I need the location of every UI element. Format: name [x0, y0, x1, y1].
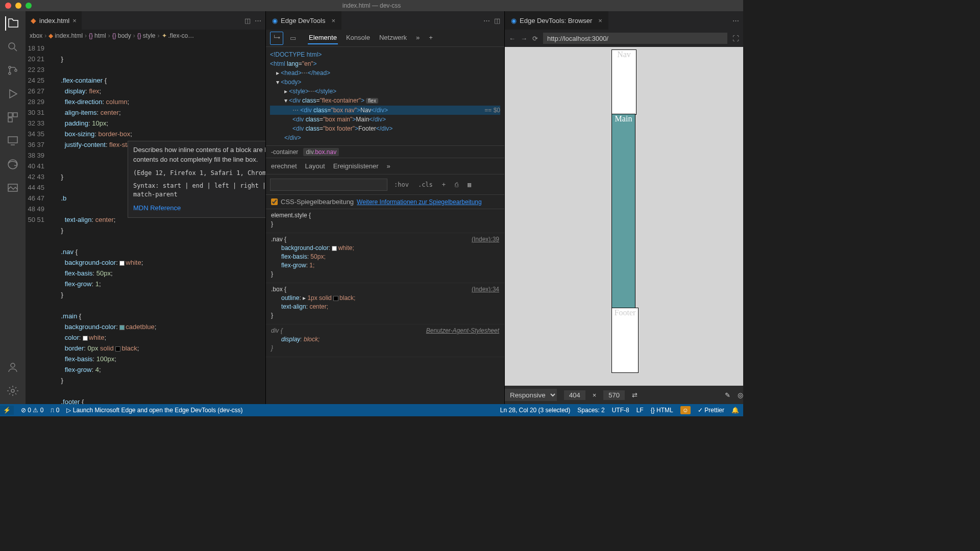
tab-layout[interactable]: Layout: [305, 162, 325, 170]
eol[interactable]: LF: [636, 407, 644, 414]
svg-point-11: [11, 389, 14, 392]
tab-network[interactable]: Netzwerk: [378, 32, 408, 44]
tab-listeners[interactable]: Ereignislistener: [333, 162, 379, 170]
hover-tooltip: Describes how inline contents of a block…: [128, 141, 265, 218]
browser-preview: ◉ Edge DevTools: Browser × ⋯ ← → ⟳ ⛶ Nav…: [504, 11, 743, 404]
print-icon[interactable]: ⎙: [452, 180, 461, 189]
maximize-window[interactable]: [26, 3, 32, 9]
split-editor-icon[interactable]: ◫: [244, 17, 251, 24]
width-input[interactable]: 404: [564, 390, 585, 400]
code-content[interactable]: } .flex-container { display: flex; flex-…: [54, 42, 258, 404]
filter-input[interactable]: [270, 179, 387, 191]
svg-rect-4: [8, 113, 12, 117]
image-icon[interactable]: [6, 181, 20, 195]
encoding[interactable]: UTF-8: [612, 407, 629, 414]
source-control-icon[interactable]: [6, 63, 20, 78]
svg-point-0: [9, 43, 15, 49]
css-mirror-row: CSS-Spiegelbearbeitung Weitere Informati…: [266, 195, 504, 209]
add-tab-icon[interactable]: +: [428, 32, 434, 44]
debug-icon[interactable]: [6, 87, 20, 101]
svg-rect-7: [8, 137, 17, 143]
more-icon[interactable]: ⋯: [732, 17, 739, 24]
prettier[interactable]: ✓ Prettier: [698, 407, 724, 414]
more-icon[interactable]: ⋯: [483, 17, 490, 24]
dom-breadcrumb[interactable]: -container div.box.nav: [266, 146, 504, 158]
bell-icon[interactable]: 🔔: [731, 407, 739, 414]
edge-icon: ◉: [272, 17, 278, 24]
more-icon[interactable]: »: [387, 162, 390, 170]
minimap[interactable]: [258, 42, 265, 404]
svg-rect-5: [13, 113, 17, 117]
ports[interactable]: ⎍ 0: [51, 407, 59, 414]
close-icon[interactable]: ×: [72, 17, 77, 24]
mirror-link[interactable]: Weitere Informationen zur Spiegelbearbei…: [357, 198, 482, 206]
remote-icon[interactable]: [6, 134, 20, 148]
styles-rules[interactable]: element.style { } (Index):39 .nav { back…: [266, 209, 504, 404]
inspect-icon[interactable]: ⮡: [270, 32, 283, 45]
tab-console[interactable]: Konsole: [345, 32, 371, 44]
close-icon[interactable]: ×: [331, 17, 335, 24]
forward-icon[interactable]: →: [521, 35, 527, 42]
code-editor[interactable]: 18 19 20 21 22 23 24 25 26 27 28 29 30 3…: [26, 42, 265, 404]
svg-point-3: [15, 69, 17, 71]
preview-nav: Nav: [612, 50, 636, 114]
mirror-checkbox[interactable]: [271, 198, 278, 205]
add-rule-icon[interactable]: +: [439, 180, 448, 189]
edge-icon[interactable]: [6, 157, 20, 171]
tab-browser[interactable]: ◉ Edge DevTools: Browser ×: [505, 11, 608, 30]
explorer-icon[interactable]: [5, 16, 19, 31]
search-icon[interactable]: [6, 40, 20, 54]
rotate-icon[interactable]: ⇄: [632, 391, 638, 399]
svg-point-10: [11, 363, 15, 367]
settings-icon[interactable]: [6, 384, 20, 398]
html-file-icon: ◆: [31, 16, 36, 24]
url-input[interactable]: [543, 33, 727, 44]
svg-point-2: [9, 72, 11, 74]
more-tabs-icon[interactable]: »: [415, 32, 421, 44]
breadcrumbs[interactable]: xbox› ◆index.html› {}html› {}body› {}sty…: [26, 30, 265, 42]
styles-filter-bar: :hov .cls + ⎙ ▦: [266, 174, 504, 195]
height-input[interactable]: 570: [603, 390, 625, 400]
devtools-panel: ◉ Edge DevTools × ⋯◫ ⮡ ▭ Elemente Konsol…: [265, 11, 504, 404]
activity-bar: [0, 11, 26, 404]
tab-devtools[interactable]: ◉ Edge DevTools ×: [266, 11, 341, 30]
tab-index-html[interactable]: ◆ index.html ×: [26, 11, 82, 30]
hov-toggle[interactable]: :hov: [391, 180, 411, 189]
minimize-window[interactable]: [15, 3, 21, 9]
tab-elements[interactable]: Elemente: [308, 32, 338, 44]
flex-icon[interactable]: ▦: [465, 180, 474, 189]
tab-bar: ◆ index.html × ◫ ⋯: [26, 11, 265, 30]
remote-indicator[interactable]: ⚡: [0, 406, 14, 415]
language-mode[interactable]: {} HTML: [651, 407, 673, 414]
tab-label: index.html: [39, 17, 69, 24]
tab-computed[interactable]: erechnet: [271, 162, 297, 170]
reload-icon[interactable]: ⟳: [532, 35, 538, 42]
account-icon[interactable]: [6, 360, 20, 374]
cursor-position[interactable]: Ln 28, Col 20 (3 selected): [500, 407, 570, 414]
highlight-icon[interactable]: ✎: [725, 391, 730, 399]
devtools-toolbar: ⮡ ▭ Elemente Konsole Netzwerk » +: [266, 30, 504, 47]
preview-main: Main: [612, 114, 635, 308]
rule-source-link[interactable]: (Index):34: [472, 285, 499, 294]
mdn-link[interactable]: MDN Reference: [133, 204, 181, 212]
viewport[interactable]: Nav Main Footer: [505, 47, 743, 386]
dom-tree[interactable]: <!DOCTYPE html> <html lang="en"> ▸ <head…: [266, 47, 504, 146]
device-icon[interactable]: ▭: [286, 32, 300, 45]
close-icon[interactable]: ×: [598, 17, 602, 24]
cls-toggle[interactable]: .cls: [415, 180, 435, 189]
inspect-toggle-icon[interactable]: ◎: [738, 391, 743, 399]
split-icon[interactable]: ◫: [494, 17, 500, 24]
errors[interactable]: ⊘ 0 ⚠ 0: [21, 407, 43, 414]
status-bar: ⚡ ⊘ 0 ⚠ 0 ⎍ 0 ▷ Launch Microsoft Edge an…: [0, 404, 743, 416]
indent[interactable]: Spaces: 2: [577, 407, 604, 414]
back-icon[interactable]: ←: [509, 35, 516, 42]
rule-source-link[interactable]: (Index):39: [472, 235, 499, 244]
more-icon[interactable]: ⋯: [255, 17, 261, 24]
close-window[interactable]: [5, 3, 11, 9]
launch-task[interactable]: ▷ Launch Microsoft Edge and open the Edg…: [66, 407, 242, 414]
extensions-icon[interactable]: [6, 110, 20, 124]
smiley-icon[interactable]: ☺: [680, 406, 691, 414]
browser-nav-bar: ← → ⟳ ⛶: [505, 30, 743, 47]
device-select[interactable]: Responsive: [505, 389, 557, 401]
fullscreen-icon[interactable]: ⛶: [732, 35, 739, 42]
